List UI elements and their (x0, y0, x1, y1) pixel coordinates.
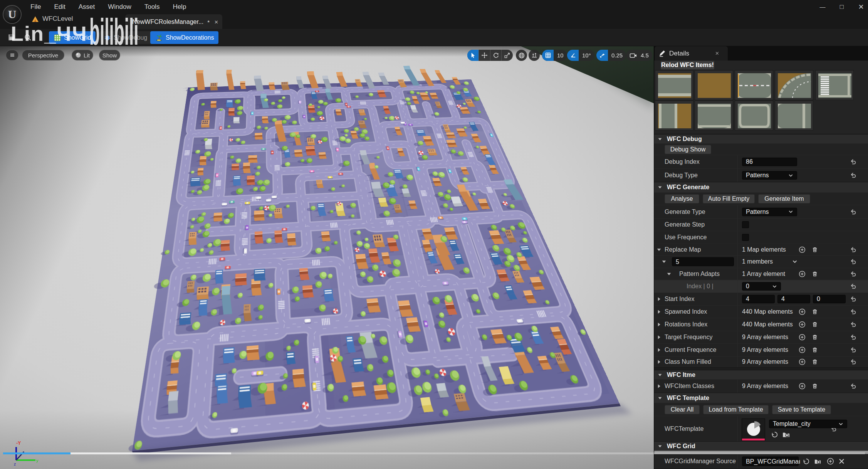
dropdown-chevron-icon[interactable] (788, 173, 793, 178)
add-element-icon[interactable] (799, 334, 806, 341)
reload-wfc-items-button[interactable]: Relod WFC Items! (661, 61, 714, 69)
vector-input-0[interactable]: 4 (742, 295, 775, 303)
minimize-button[interactable]: — (819, 3, 826, 10)
show-debug-button[interactable]: ShowDebug (99, 31, 152, 44)
tab-close-icon[interactable]: ✕ (214, 19, 218, 25)
template-dropdown[interactable]: Template_city (769, 420, 847, 428)
surface-snapping-button[interactable] (529, 50, 540, 61)
expander-icon[interactable] (656, 335, 661, 340)
rotate-tool[interactable] (490, 50, 502, 61)
reset-to-default-icon[interactable] (850, 172, 857, 179)
delete-elements-icon[interactable] (811, 358, 818, 365)
add-element-icon[interactable] (799, 308, 806, 315)
expander-icon[interactable] (656, 309, 661, 314)
menu-window[interactable]: Window (101, 0, 138, 13)
generate-item-button[interactable]: Generate Item (758, 194, 810, 203)
collapse-arrow-icon[interactable] (658, 373, 662, 377)
close-button[interactable]: ✕ (857, 3, 865, 11)
section-wfc-grid[interactable]: WFC Grid (654, 441, 868, 451)
use-selected-asset-icon[interactable] (771, 431, 778, 438)
load-from-template-button[interactable]: Load from Template (703, 405, 769, 414)
add-icon[interactable] (827, 458, 834, 465)
debug-show-button[interactable]: Debug Show (665, 145, 711, 154)
save-to-template-button[interactable]: Save to Template (772, 405, 831, 414)
show-grid-button[interactable]: ShowGrid (49, 31, 96, 44)
reset-to-default-icon[interactable] (850, 283, 857, 290)
section-wfc-generate[interactable]: WFC Generate (654, 182, 868, 192)
add-element-icon[interactable] (799, 271, 806, 277)
add-element-icon[interactable] (799, 246, 806, 253)
expander-icon[interactable] (656, 297, 661, 302)
wfc-item-tile-5[interactable] (655, 101, 693, 131)
menu-file[interactable]: File (24, 0, 47, 13)
tab-wfclevel[interactable]: WFCLevel (32, 15, 73, 23)
browse-to-asset-icon[interactable] (782, 431, 790, 438)
details-close-icon[interactable]: ✕ (715, 50, 719, 56)
wfc-item-tile-1[interactable] (695, 70, 733, 100)
menu-asset[interactable]: Asset (72, 0, 102, 13)
dropdown-chevron-icon[interactable] (772, 284, 777, 289)
vector-input-1[interactable]: 4 (777, 295, 810, 303)
delete-elements-icon[interactable] (811, 346, 818, 353)
expander-icon[interactable] (656, 247, 661, 252)
section-wfc-itme[interactable]: WFC Itme (654, 370, 868, 379)
delete-elements-icon[interactable] (811, 246, 818, 253)
move-tool[interactable] (478, 50, 490, 61)
add-element-icon[interactable] (799, 383, 806, 390)
browse-icon[interactable] (24, 34, 32, 41)
reset-to-default-icon[interactable] (850, 309, 857, 315)
wfc-item-tile-7[interactable] (735, 101, 773, 131)
reset-to-default-icon[interactable] (850, 334, 857, 341)
reset-to-default-icon[interactable] (850, 246, 857, 253)
clear-icon[interactable] (839, 459, 844, 464)
rotation-snap-control[interactable]: 10° (567, 50, 594, 61)
wfc-item-tile-4[interactable] (815, 70, 854, 100)
collapse-arrow-icon[interactable] (658, 444, 662, 449)
expander-icon[interactable] (667, 272, 672, 277)
section-wfc-debug[interactable]: WFC Debug (654, 134, 868, 143)
scale-tool[interactable] (501, 50, 513, 61)
reset-to-default-icon[interactable] (850, 347, 857, 353)
value-input[interactable]: 86 (742, 158, 797, 166)
viewport-menu-button[interactable] (6, 50, 18, 61)
clear-all-button[interactable]: Clear All (665, 405, 700, 414)
scale-snap-control[interactable]: 0.25 (596, 50, 626, 61)
reset-to-default-icon[interactable] (850, 159, 857, 165)
checkbox[interactable] (742, 234, 749, 241)
delete-elements-icon[interactable] (811, 271, 818, 277)
show-flags-selector[interactable]: Show (99, 50, 120, 61)
lit-mode-selector[interactable]: Lit (72, 50, 93, 61)
camera-speed-control[interactable]: 4.5 (626, 50, 652, 61)
dropdown-chevron-icon[interactable] (788, 209, 793, 214)
delete-elements-icon[interactable] (811, 308, 818, 315)
reset-to-default-icon[interactable] (850, 259, 857, 265)
reset-to-default-icon[interactable] (850, 271, 857, 277)
grid-snap-control[interactable]: 10 (542, 50, 567, 61)
dropdown-chevron-icon[interactable] (838, 422, 843, 427)
analyse-button[interactable]: Analyse (665, 194, 699, 203)
wfc-item-tile-0[interactable] (655, 70, 693, 100)
add-element-icon[interactable] (799, 321, 806, 328)
vector-input-2[interactable]: 0 (813, 295, 846, 303)
expander-icon[interactable] (656, 360, 661, 365)
expander-icon[interactable] (661, 259, 667, 264)
reset-to-default-icon[interactable] (850, 208, 857, 215)
reset-to-default-icon[interactable] (850, 296, 857, 303)
collapse-arrow-icon[interactable] (658, 396, 662, 400)
3d-viewport[interactable]: Perspective Lit Show 10 10° 0.25 (0, 46, 654, 469)
select-tool[interactable] (467, 50, 478, 61)
add-element-icon[interactable] (799, 346, 806, 353)
section-wfc-template[interactable]: WFC Template (654, 393, 868, 403)
expander-icon[interactable] (656, 384, 661, 389)
expander-icon[interactable] (656, 348, 661, 353)
unreal-logo-icon[interactable]: U (3, 5, 22, 24)
tab-newwfcrolesmanager[interactable]: NewWFCRolesManager... * ✕ (125, 14, 222, 30)
maximize-button[interactable]: □ (838, 3, 846, 11)
browse-to-asset-icon[interactable] (814, 458, 821, 465)
wfc-item-tile-6[interactable] (695, 101, 733, 131)
value-dropdown[interactable]: Patterns (742, 171, 797, 180)
map-key-input[interactable]: 5 (672, 257, 734, 266)
delete-elements-icon[interactable] (811, 383, 818, 390)
reset-to-default-icon[interactable] (850, 321, 857, 328)
checkbox[interactable] (742, 221, 749, 228)
